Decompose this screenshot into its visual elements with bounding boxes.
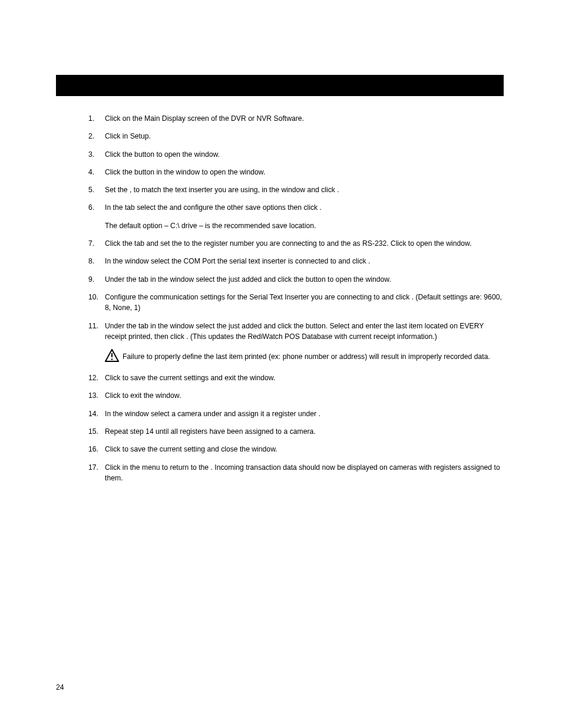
step-number: 7. bbox=[88, 238, 105, 249]
step-number: 14. bbox=[88, 409, 105, 419]
step-14: 14. In the window select a camera under … bbox=[88, 409, 504, 419]
step-1: 1. Click on the Main Display screen of t… bbox=[88, 113, 504, 124]
step-text: Click the button in the window to open t… bbox=[105, 167, 504, 177]
step-number: 17. bbox=[88, 462, 105, 484]
step-number: 6. bbox=[88, 202, 105, 213]
step-text: Click the button to open the window. bbox=[105, 149, 504, 160]
step-text: Click in Setup. bbox=[105, 131, 504, 141]
caution-note: Failure to properly define the last item… bbox=[105, 349, 504, 364]
caution-text: Failure to properly define the last item… bbox=[123, 351, 504, 362]
step-text: Configure the communication settings for… bbox=[105, 292, 504, 314]
step-number: 13. bbox=[88, 390, 105, 401]
svg-point-2 bbox=[111, 358, 113, 360]
step-number: 3. bbox=[88, 149, 105, 160]
step-6: 6. In the tab select the and configure t… bbox=[88, 202, 504, 213]
step-text: Under the tab in the window select the j… bbox=[105, 321, 504, 342]
step-text: Click to exit the window. bbox=[105, 390, 504, 401]
section-header-bar bbox=[56, 75, 504, 96]
step-2: 2. Click in Setup. bbox=[88, 131, 504, 141]
step-3: 3. Click the button to open the window. bbox=[88, 149, 504, 160]
step-text: Click the tab and set the to the registe… bbox=[105, 238, 504, 249]
step-5: 5. Set the , to match the text inserter … bbox=[88, 185, 504, 195]
step-16: 16. Click to save the current setting an… bbox=[88, 444, 504, 454]
step-6-note: The default option – C:\ drive – is the … bbox=[88, 220, 504, 231]
step-number: 5. bbox=[88, 185, 105, 195]
step-17: 17. Click in the menu to return to the .… bbox=[88, 462, 504, 484]
step-number: 9. bbox=[88, 274, 105, 285]
step-8: 8. In the window select the COM Port the… bbox=[88, 256, 504, 266]
step-13: 13. Click to exit the window. bbox=[88, 390, 504, 401]
step-10: 10. Configure the communication settings… bbox=[88, 292, 504, 314]
step-number: 15. bbox=[88, 426, 105, 437]
step-4: 4. Click the button in the window to ope… bbox=[88, 167, 504, 177]
step-text: Repeat step 14 until all registers have … bbox=[105, 426, 504, 437]
step-number: 4. bbox=[88, 167, 105, 177]
step-11: 11. Under the tab in the window select t… bbox=[88, 321, 504, 342]
step-text: In the tab select the and configure the … bbox=[105, 202, 504, 213]
step-number: 11. bbox=[88, 321, 105, 342]
step-7: 7. Click the tab and set the to the regi… bbox=[88, 238, 504, 249]
step-12: 12. Click to save the current settings a… bbox=[88, 373, 504, 383]
step-text: The default option – C:\ drive – is the … bbox=[105, 220, 504, 231]
instruction-list: 1. Click on the Main Display screen of t… bbox=[88, 113, 504, 490]
step-number: 16. bbox=[88, 444, 105, 454]
step-text: In the window select the COM Port the se… bbox=[105, 256, 504, 266]
step-text: Under the tab in the window select the j… bbox=[105, 274, 504, 285]
warning-icon bbox=[105, 349, 123, 364]
step-9: 9. Under the tab in the window select th… bbox=[88, 274, 504, 285]
step-number: 12. bbox=[88, 373, 105, 383]
step-text: Click in the menu to return to the . Inc… bbox=[105, 462, 504, 484]
step-number: 10. bbox=[88, 292, 105, 314]
page-number: 24 bbox=[56, 683, 64, 691]
step-text: Click on the Main Display screen of the … bbox=[105, 113, 504, 124]
step-15: 15. Repeat step 14 until all registers h… bbox=[88, 426, 504, 437]
step-text: Set the , to match the text inserter you… bbox=[105, 185, 504, 195]
page: 1. Click on the Main Display screen of t… bbox=[0, 0, 562, 728]
step-number: 1. bbox=[88, 113, 105, 124]
step-text: Click to save the current settings and e… bbox=[105, 373, 504, 383]
step-text: Click to save the current setting and cl… bbox=[105, 444, 504, 454]
step-text: In the window select a camera under and … bbox=[105, 409, 504, 419]
step-number: 8. bbox=[88, 256, 105, 266]
step-number: 2. bbox=[88, 131, 105, 141]
